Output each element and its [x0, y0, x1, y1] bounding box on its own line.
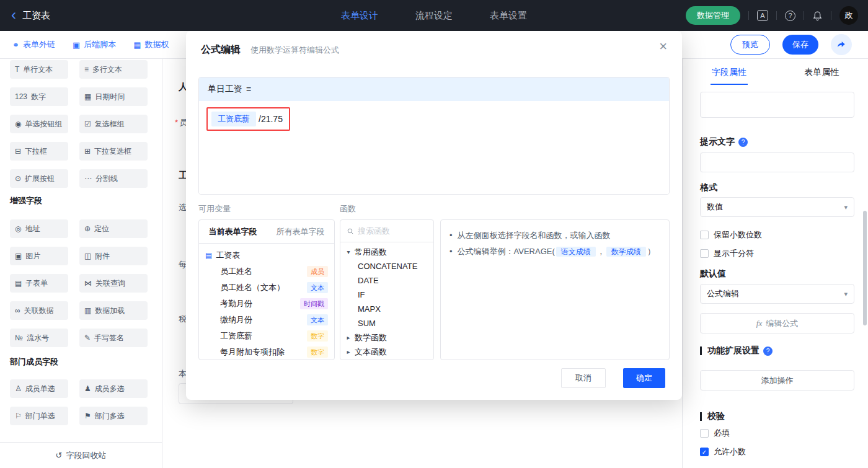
- back-icon[interactable]: ‹: [11, 7, 16, 22]
- tab-form-design[interactable]: 表单设计: [341, 10, 378, 22]
- keep-decimal-checkbox[interactable]: 保留小数位数: [700, 229, 854, 241]
- avatar[interactable]: 政: [839, 6, 858, 25]
- field-type-item[interactable]: ⚐部门单选: [10, 407, 68, 425]
- help-circle-icon[interactable]: ?: [763, 347, 773, 356]
- function-group-math[interactable]: ▸数学函数: [345, 330, 428, 345]
- variable-item[interactable]: 缴纳月份文本: [205, 312, 328, 328]
- help-icon[interactable]: ?: [785, 11, 795, 21]
- chevron-down-icon: ▾: [345, 249, 352, 255]
- field-type-item[interactable]: ☑复选框组: [79, 115, 148, 133]
- translate-icon[interactable]: A: [757, 10, 768, 21]
- thousand-separator-checkbox[interactable]: 显示千分符: [700, 248, 854, 259]
- function-group-text[interactable]: ▸文本函数: [345, 345, 428, 359]
- field-type-icon: ◎: [15, 224, 21, 233]
- formula-input-area[interactable]: 工资底薪 /21.75: [199, 101, 669, 194]
- backend-script-link[interactable]: ▣ 后端脚本: [73, 39, 116, 50]
- functions-label: 函数: [340, 203, 356, 214]
- share-button[interactable]: [831, 34, 852, 55]
- field-type-icon: ⚑: [84, 412, 91, 420]
- functions-panel: ▾常用函数 CONCATENATE DATE IF MAPX SUM ▸数学函数…: [340, 219, 434, 360]
- type-tag: 文本: [307, 314, 328, 325]
- field-type-item[interactable]: ⚑部门多选: [79, 407, 148, 425]
- scrollbar-thumb[interactable]: [863, 211, 867, 325]
- field-type-item[interactable]: ♙成员单选: [10, 379, 68, 398]
- properties-tabs: 字段属性 表单属性: [683, 59, 868, 86]
- hint-text-label: 提示文字?: [700, 136, 854, 148]
- field-type-item[interactable]: ⋈关联查询: [79, 274, 148, 293]
- data-permission-link[interactable]: ▦ 数据权: [133, 39, 169, 50]
- field-type-item[interactable]: 123数字: [10, 87, 68, 106]
- field-type-item[interactable]: ⊕定位: [79, 219, 148, 238]
- field-type-icon: ⊕: [84, 224, 91, 233]
- hint-text-input[interactable]: [700, 152, 854, 172]
- save-button[interactable]: 保存: [782, 35, 818, 55]
- title-input[interactable]: [700, 92, 854, 118]
- format-select[interactable]: 数值▾: [700, 197, 854, 217]
- required-checkbox[interactable]: 必填: [700, 428, 854, 439]
- function-group-common[interactable]: ▾常用函数: [345, 245, 428, 259]
- cancel-button[interactable]: 取消: [561, 368, 606, 388]
- topbar: ‹ 工资表 表单设计 流程设定 表单设置 数据管理 A ? 政: [0, 0, 868, 31]
- tab-form-properties[interactable]: 表单属性: [776, 59, 868, 86]
- field-type-item[interactable]: ◉单选按钮组: [10, 115, 68, 133]
- tab-current-form-fields[interactable]: 当前表单字段: [199, 220, 267, 243]
- variable-item[interactable]: 工资底薪数字: [205, 328, 328, 344]
- permission-icon: ▦: [133, 40, 141, 50]
- function-item[interactable]: SUM: [345, 316, 428, 330]
- tab-all-form-fields[interactable]: 所有表单字段: [267, 220, 334, 243]
- field-type-item[interactable]: ▦日期时间: [79, 87, 148, 106]
- allow-decimal-checkbox[interactable]: ✓允许小数: [700, 446, 854, 457]
- modal-footer: 取消 确定: [186, 368, 682, 388]
- function-item[interactable]: DATE: [345, 273, 428, 288]
- function-item[interactable]: IF: [345, 288, 428, 302]
- field-type-item[interactable]: ♟成员多选: [79, 379, 148, 398]
- field-type-item[interactable]: ⋯分割线: [79, 169, 148, 188]
- edit-formula-button[interactable]: fx编辑公式: [700, 313, 854, 333]
- field-type-item[interactable]: №流水号: [10, 329, 68, 347]
- help-circle-icon[interactable]: ?: [738, 138, 748, 147]
- tab-field-properties[interactable]: 字段属性: [683, 59, 776, 86]
- equals-sign: =: [246, 84, 251, 94]
- link-icon: ⚭: [12, 40, 19, 50]
- field-type-item[interactable]: ⊟下拉框: [10, 142, 68, 161]
- tab-flow-setting[interactable]: 流程设定: [415, 10, 453, 22]
- field-chip[interactable]: 工资底薪: [211, 112, 256, 126]
- variable-item[interactable]: 员工姓名（文本）文本: [205, 280, 328, 296]
- divider: [804, 11, 804, 20]
- preview-button[interactable]: 预览: [730, 35, 770, 55]
- help-line: • 从左侧面板选择字段名和函数，或输入函数: [450, 227, 660, 244]
- modal-subtitle: 使用数学运算符编辑公式: [250, 45, 339, 56]
- field-type-item[interactable]: ▣图片: [10, 247, 68, 265]
- data-manage-button[interactable]: 数据管理: [686, 6, 740, 25]
- variable-item[interactable]: 员工姓名成员: [205, 263, 328, 280]
- type-tag: 数字: [307, 347, 328, 358]
- tab-form-setting[interactable]: 表单设置: [490, 10, 527, 22]
- field-type-item[interactable]: ◎地址: [10, 219, 68, 238]
- functions-tree: ▾常用函数 CONCATENATE DATE IF MAPX SUM ▸数学函数…: [340, 242, 433, 359]
- function-search-input[interactable]: [358, 226, 427, 236]
- field-type-item[interactable]: T单行文本: [10, 60, 68, 79]
- notification-bell-icon[interactable]: [812, 11, 823, 21]
- form-external-link[interactable]: ⚭ 表单外链: [12, 39, 55, 50]
- variable-item[interactable]: 考勤月份时间戳: [205, 296, 328, 312]
- tree-root[interactable]: ▤ 工资表: [205, 247, 328, 263]
- add-action-button[interactable]: 添加操作: [700, 370, 854, 391]
- field-type-item[interactable]: ▤子表单: [10, 274, 68, 293]
- variable-item[interactable]: 每月附加专项扣除数字: [205, 344, 328, 360]
- field-type-item[interactable]: ✎手写签名: [79, 329, 148, 347]
- checkbox-box: [700, 249, 709, 258]
- confirm-button[interactable]: 确定: [623, 368, 665, 388]
- default-value-select[interactable]: 公式编辑▾: [700, 284, 854, 304]
- close-icon[interactable]: ×: [659, 40, 667, 53]
- field-type-item[interactable]: ⊙扩展按钮: [10, 169, 68, 188]
- toolbar-links: ⚭ 表单外链 ▣ 后端脚本 ▦ 数据权: [0, 39, 169, 50]
- field-type-item[interactable]: ≡多行文本: [79, 60, 148, 79]
- field-type-item[interactable]: ▥数据加载: [79, 301, 148, 320]
- function-item[interactable]: CONCATENATE: [345, 259, 428, 273]
- field-type-item[interactable]: ◫附件: [79, 247, 148, 265]
- field-type-icon: ⊙: [15, 174, 21, 183]
- field-type-item[interactable]: ⊞下拉复选框: [79, 142, 148, 161]
- field-type-item[interactable]: ∞关联数据: [10, 301, 68, 320]
- field-recycle-bin[interactable]: ↺ 字段回收站: [0, 442, 162, 468]
- function-item[interactable]: MAPX: [345, 302, 428, 316]
